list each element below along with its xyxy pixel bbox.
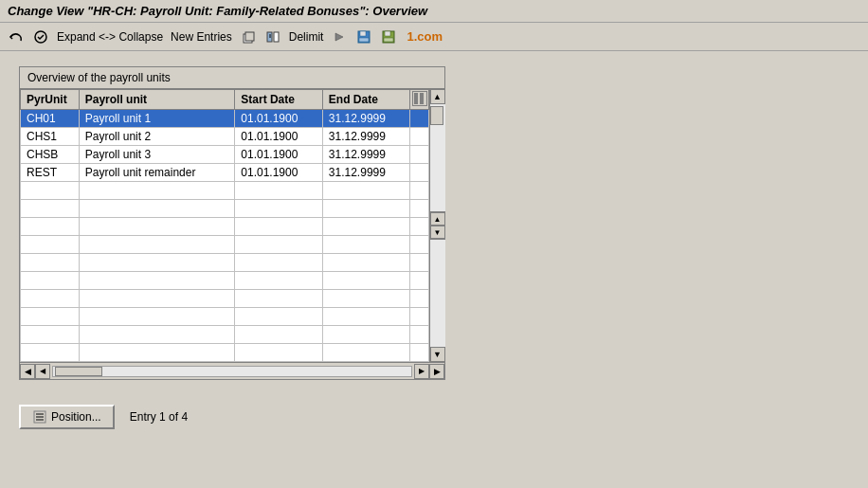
scroll-up-button[interactable]: ▲ [430, 89, 445, 104]
data-table: PyrUnit Payroll unit Start Date End Date [20, 89, 429, 362]
svg-rect-14 [420, 93, 424, 104]
local-save-icon [381, 29, 396, 45]
local-save-button[interactable] [378, 27, 399, 46]
copy-icon [241, 29, 256, 45]
table-row [21, 308, 429, 326]
section-header: Overview of the payroll units [20, 67, 444, 89]
title-bar: Change View "HR-CH: Payroll Unit: Family… [0, 0, 868, 23]
col-resize-icon[interactable] [412, 91, 427, 106]
save-button[interactable] [353, 27, 374, 46]
watermark: 1.com [407, 29, 443, 44]
check-button[interactable] [30, 27, 51, 46]
scroll-track-v2[interactable] [430, 240, 445, 347]
sort-button[interactable] [262, 27, 283, 46]
svg-rect-13 [414, 93, 418, 104]
new-entries-button[interactable]: New Entries [171, 30, 232, 44]
table-row [21, 326, 429, 344]
hscroll-right-button[interactable]: ▶ [429, 364, 444, 379]
svg-rect-2 [245, 32, 254, 41]
svg-rect-11 [385, 31, 390, 36]
navigate-icon [332, 29, 347, 45]
horizontal-scrollbar[interactable]: ◀ ◀ ▶ ▶ [20, 362, 444, 379]
check-icon [33, 29, 48, 45]
scroll-step-down-button[interactable]: ▼ [430, 226, 445, 239]
expand-collapse-button[interactable]: Expand <-> Collapse [57, 30, 163, 44]
svg-rect-12 [384, 38, 393, 42]
delimit-button[interactable]: Delimit [289, 30, 324, 44]
table-row[interactable]: CH01Payroll unit 101.01.190031.12.9999 [21, 110, 429, 128]
navigate-button[interactable] [329, 27, 350, 46]
col-resize-header[interactable] [410, 90, 429, 110]
table-row [21, 236, 429, 254]
toolbar: Expand <-> Collapse New Entries Delimit [0, 23, 868, 51]
copy-button[interactable] [238, 27, 259, 46]
table-row[interactable]: CHS1Payroll unit 201.01.190031.12.9999 [21, 128, 429, 146]
table-row [21, 272, 429, 290]
undo-button[interactable] [6, 27, 27, 46]
scroll-thumb-v[interactable] [430, 106, 443, 125]
hscroll-track[interactable] [52, 366, 412, 377]
hscroll-step-left-button[interactable]: ◀ [35, 364, 50, 379]
position-button-label: Position... [51, 410, 101, 424]
grid-wrapper: PyrUnit Payroll unit Start Date End Date [20, 89, 444, 362]
scroll-down-button[interactable]: ▼ [430, 347, 445, 362]
table-row[interactable]: RESTPayroll unit remainder01.01.190031.1… [21, 164, 429, 182]
hscroll-step-right-button[interactable]: ▶ [414, 364, 429, 379]
scroll-step-up-button[interactable]: ▲ [430, 212, 445, 226]
position-button[interactable]: Position... [19, 405, 115, 429]
section-header-text: Overview of the payroll units [27, 71, 171, 84]
vertical-scrollbar[interactable]: ▲ ▲ ▼ ▼ [429, 89, 444, 362]
main-content: Overview of the payroll units PyrUnit Pa… [0, 51, 868, 395]
undo-icon [9, 29, 24, 45]
svg-rect-8 [360, 31, 366, 36]
table-row [21, 344, 429, 362]
table-row [21, 290, 429, 308]
sort-icon [265, 29, 280, 45]
save-icon [356, 29, 371, 45]
svg-rect-4 [274, 32, 279, 42]
scroll-track-v[interactable] [430, 104, 445, 211]
grid-scroll-area: PyrUnit Payroll unit Start Date End Date [20, 89, 429, 362]
table-row [21, 182, 429, 200]
col-header-payroll-unit: Payroll unit [79, 90, 235, 110]
page-title: Change View "HR-CH: Payroll Unit: Family… [8, 4, 427, 18]
hscroll-thumb[interactable] [55, 367, 102, 376]
table-header-row: PyrUnit Payroll unit Start Date End Date [21, 90, 429, 110]
hscroll-left-button[interactable]: ◀ [20, 364, 35, 379]
table-row [21, 200, 429, 218]
col-header-start-date: Start Date [235, 90, 323, 110]
svg-rect-9 [359, 38, 369, 42]
col-header-end-date: End Date [322, 90, 410, 110]
col-header-pyrunit: PyrUnit [21, 90, 80, 110]
position-icon [32, 409, 47, 425]
table-row [21, 218, 429, 236]
entry-info: Entry 1 of 4 [130, 410, 188, 424]
table-row[interactable]: CHSBPayroll unit 301.01.190031.12.9999 [21, 146, 429, 164]
table-row [21, 254, 429, 272]
status-bar: Position... Entry 1 of 4 [0, 395, 868, 439]
table-container: Overview of the payroll units PyrUnit Pa… [19, 66, 445, 380]
